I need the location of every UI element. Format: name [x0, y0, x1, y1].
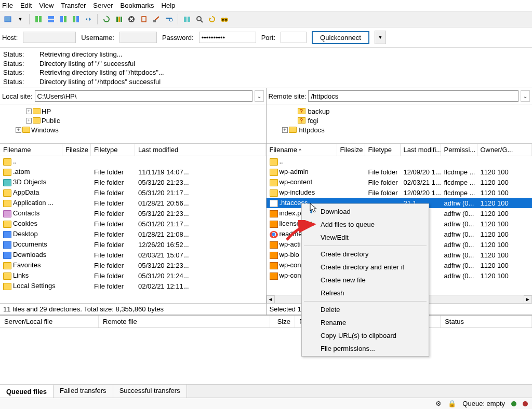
tab-successful-transfers[interactable]: Successful transfers [113, 385, 187, 398]
list-item[interactable]: FavoritesFile folder05/31/20 21:23... [0, 260, 266, 270]
context-menu-item[interactable]: View/Edit [303, 231, 428, 244]
context-menu-item[interactable]: Copy URL(s) to clipboard [303, 329, 428, 342]
menu-edit[interactable]: Edit [20, 2, 32, 9]
col-filetype[interactable]: Filetype [365, 144, 401, 156]
local-file-list[interactable]: ...atomFile folder11/11/19 14:07...3D Ob… [0, 156, 266, 303]
context-menu-item[interactable]: Refresh [303, 287, 428, 299]
col-filename[interactable]: Filename ^ [267, 144, 337, 156]
col-server-local[interactable]: Server/Local file [0, 316, 99, 328]
menu-transfer[interactable]: Transfer [61, 2, 86, 9]
toolbar-dropdown-icon[interactable]: ▼ [15, 13, 26, 25]
menu-file[interactable]: File [2, 2, 13, 9]
toggle-localtree-icon[interactable] [45, 13, 57, 25]
col-modified[interactable]: Last modified [135, 144, 266, 156]
context-menu-item[interactable]: Create new file [303, 274, 428, 287]
list-item[interactable]: wp-contentFile folder02/03/21 1...flcdmp… [267, 177, 533, 187]
tree-item[interactable]: httpdocs [299, 126, 325, 134]
tab-failed-transfers[interactable]: Failed transfers [54, 385, 113, 398]
list-item[interactable]: DownloadsFile folder02/03/21 15:07... [0, 250, 266, 260]
context-menu-item[interactable]: ✚Add files to queue [303, 218, 428, 231]
list-item[interactable]: wp-includesFile folder12/09/20 1...flcdm… [267, 187, 533, 198]
col-remote-file[interactable]: Remote file [99, 316, 270, 328]
col-permissions[interactable]: Permissi... [441, 144, 477, 156]
local-list-header[interactable]: Filename Filesize Filetype Last modified [0, 144, 266, 156]
list-item[interactable]: Application ...File folder01/28/21 20:56… [0, 198, 266, 208]
local-site-input[interactable] [35, 90, 252, 102]
context-menu-item[interactable]: ⬇Download [303, 205, 428, 218]
tree-item[interactable]: Public [42, 117, 60, 125]
lock-icon[interactable]: 🔒 [448, 400, 456, 407]
tree-item[interactable]: HP [42, 107, 51, 115]
quickconnect-button[interactable]: Quickconnect [312, 31, 369, 44]
sync-icon[interactable] [206, 13, 218, 25]
context-menu-item[interactable]: Rename [303, 316, 428, 329]
settings-icon[interactable]: ⚙ [435, 400, 442, 407]
col-size[interactable]: Size [270, 316, 295, 328]
filter-icon[interactable] [163, 13, 175, 25]
remote-tree[interactable]: ?backup ?fcgi +httpdocs [267, 104, 533, 144]
menu-server[interactable]: Server [93, 2, 113, 9]
disconnect-icon[interactable] [138, 13, 150, 25]
remote-list-header[interactable]: Filename ^ Filesize Filetype Last modifi… [267, 144, 533, 156]
col-filesize[interactable]: Filesize [62, 144, 91, 156]
col-modified[interactable]: Last modifi... [401, 144, 441, 156]
binoculars-icon[interactable] [219, 13, 230, 25]
list-item[interactable]: .atomFile folder11/11/19 14:07... [0, 167, 266, 177]
list-item[interactable]: CookiesFile folder05/31/20 21:17... [0, 219, 266, 229]
process-queue-icon[interactable] [113, 13, 125, 25]
transfer-queue-header[interactable]: Server/Local file Remote file Size Pr...… [0, 315, 532, 328]
list-item[interactable]: 3D ObjectsFile folder05/31/20 21:23... [0, 177, 266, 187]
tree-item[interactable]: fcgi [308, 117, 318, 125]
col-filetype[interactable]: Filetype [91, 144, 135, 156]
expand-icon[interactable]: + [26, 118, 32, 124]
expand-icon[interactable]: + [282, 127, 288, 133]
menu-bookmarks[interactable]: Bookmarks [121, 2, 154, 9]
col-status[interactable]: Status [441, 316, 532, 328]
col-filesize[interactable]: Filesize [337, 144, 365, 156]
host-input[interactable] [23, 32, 76, 43]
site-manager-icon[interactable] [2, 13, 14, 25]
list-item[interactable]: DesktopFile folder01/28/21 21:08... [0, 229, 266, 239]
toggle-queue-icon[interactable] [70, 13, 82, 25]
tab-queued-files[interactable]: Queued files [0, 385, 54, 398]
col-owner[interactable]: Owner/G... [477, 144, 533, 156]
context-menu-item[interactable]: Create directory [303, 248, 428, 261]
chevron-down-icon[interactable]: ⌄ [255, 90, 264, 102]
expand-icon[interactable]: + [26, 108, 32, 114]
port-input[interactable] [281, 32, 307, 43]
scroll-right-icon[interactable]: ► [524, 295, 532, 304]
chevron-down-icon[interactable]: ⌄ [521, 90, 530, 102]
toggle-log-icon[interactable] [33, 13, 44, 25]
quickconnect-dropdown-icon[interactable]: ▼ [375, 31, 386, 44]
expand-icon[interactable]: + [16, 127, 21, 133]
menu-view[interactable]: View [39, 2, 54, 9]
sync-browsing-icon[interactable] [83, 13, 94, 25]
reconnect-icon[interactable] [151, 13, 162, 25]
list-item[interactable]: wp-adminFile folder12/09/20 1...flcdmpe … [267, 167, 533, 177]
list-item[interactable]: .. [267, 156, 533, 167]
search-icon[interactable] [194, 13, 205, 25]
context-menu-item[interactable]: Delete [303, 303, 428, 316]
list-item[interactable]: .. [0, 156, 266, 167]
tree-item[interactable]: Windows [31, 126, 59, 134]
toggle-remotetree-icon[interactable] [58, 13, 69, 25]
tree-item[interactable]: backup [308, 107, 330, 115]
list-item[interactable]: LinksFile folder05/31/20 21:24... [0, 270, 266, 281]
list-item[interactable]: Local SettingsFile folder02/02/21 12:11.… [0, 281, 266, 291]
remote-site-input[interactable] [308, 90, 518, 102]
col-filename[interactable]: Filename [0, 144, 62, 156]
cancel-icon[interactable] [126, 13, 137, 25]
context-menu-item[interactable]: Create directory and enter it [303, 261, 428, 274]
refresh-icon[interactable] [101, 13, 112, 25]
list-item[interactable]: ContactsFile folder05/31/20 21:23... [0, 208, 266, 219]
menu-help[interactable]: Help [162, 2, 176, 9]
message-log[interactable]: Status:Retrieving directory listing... S… [0, 48, 532, 88]
password-input[interactable] [199, 32, 256, 43]
compare-icon[interactable] [181, 13, 193, 25]
username-input[interactable] [119, 32, 157, 43]
scroll-left-icon[interactable]: ◄ [267, 295, 275, 304]
list-item[interactable]: DocumentsFile folder12/26/20 16:52... [0, 239, 266, 250]
list-item[interactable]: AppDataFile folder05/31/20 21:17... [0, 187, 266, 198]
local-tree[interactable]: +HP +Public +Windows [0, 104, 266, 144]
context-menu-item[interactable]: File permissions... [303, 342, 428, 355]
